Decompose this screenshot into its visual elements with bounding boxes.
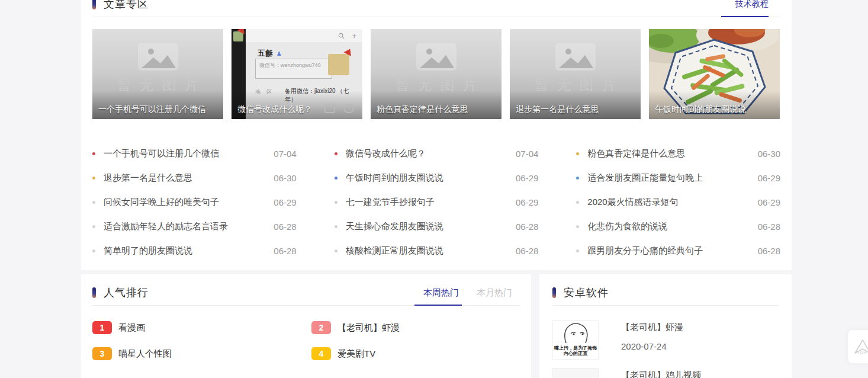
article-cards-row: 暂无图片 一个手机号可以注册几个微信 + — [92, 29, 780, 119]
articles-panel: 文章专区 技术教程 暂无图片 一个手机号可以注册几个微信 — [81, 0, 792, 270]
section-accent-bar — [552, 287, 556, 298]
articles-section-title: 文章专区 — [104, 0, 149, 11]
rank-badge-2: 2 — [311, 321, 331, 334]
tab-weekly-hot[interactable]: 本周热门 — [423, 287, 459, 299]
rank-item-label: 看漫画 — [118, 322, 145, 334]
article-link: 微信号改成什么呢？ — [346, 148, 511, 159]
article-link: 跟男朋友分手心痛的经典句子 — [587, 245, 753, 257]
rank-list: 1 看漫画 2 【老司机】虾漫 3 喵星人个性图 4 爱美剧TV — [92, 321, 520, 360]
list-item[interactable]: 粉色真香定律是什么意思06-30 — [576, 142, 780, 166]
tech-tutorials-active-underline — [721, 16, 769, 17]
article-date: 06-29 — [516, 197, 538, 207]
rank-section-title: 人气排行 — [104, 286, 149, 300]
wechat-id-box: 微信号：wenzhongwu740 — [255, 59, 332, 79]
bullet-icon — [576, 249, 579, 252]
santa-hat-icon — [343, 47, 353, 56]
rank-header: 人气排行 本周热门 本月热门 — [92, 286, 520, 299]
list-item[interactable]: 问候女同学晚上好的唯美句子06-29 — [92, 190, 297, 214]
article-link: 问候女同学晚上好的唯美句子 — [104, 197, 269, 208]
article-date: 06-28 — [758, 222, 780, 232]
article-list-column-1: 一个手机号可以注册几个微信07-04 退步第一名是什么意思06-30 问候女同学… — [92, 142, 297, 263]
list-item[interactable]: 化悲伤为食欲的说说06-28 — [576, 214, 780, 239]
article-date: 06-30 — [274, 173, 296, 183]
list-item[interactable]: 跟男朋友分手心痛的经典句子06-28 — [576, 239, 780, 263]
app-date: 2020-07-24 — [621, 341, 683, 351]
list-item[interactable]: 适合激励年轻人的励志名言语录06-28 — [92, 214, 297, 239]
add-icon: + — [352, 31, 356, 40]
app-thumbnail-meme: 嘴上污，是为了掩饰 内心的正直 — [552, 320, 599, 360]
bullet-icon — [576, 152, 579, 155]
rank-item-3[interactable]: 3 喵星人个性图 — [92, 347, 311, 360]
back-to-top-button[interactable]: TOP — [848, 330, 868, 363]
list-item[interactable]: 简单明了的朋友圈说说06-28 — [92, 239, 297, 263]
article-card-2[interactable]: + 五龢♟ 微信号：wenzhongwu740 地 区 备用微信：jiaxixi… — [232, 29, 362, 119]
articles-header: 文章专区 技术教程 — [92, 0, 780, 11]
list-item[interactable]: 适合发朋友圈正能量短句晚上06-29 — [576, 166, 780, 190]
list-item[interactable]: 一个手机号可以注册几个微信07-04 — [92, 142, 297, 166]
card-title: 一个手机号可以注册几个微信 — [98, 104, 220, 115]
list-item[interactable]: 微信号改成什么呢？07-04 — [335, 142, 539, 166]
article-card-3[interactable]: 暂无图片 粉色真香定律是什么意思 — [371, 29, 501, 119]
article-card-5[interactable]: 午饭时间到的朋友圈说说 — [649, 29, 780, 119]
article-link: 天生操心命发朋友圈说说 — [346, 221, 511, 232]
app-item-1[interactable]: 嘴上污，是为了掩饰 内心的正直 【老司机】虾漫 2020-07-24 — [552, 320, 779, 360]
article-card-4[interactable]: 暂无图片 退步第一名是什么意思 — [510, 29, 641, 119]
rank-item-label: 【老司机】虾漫 — [337, 322, 400, 334]
rank-item-4[interactable]: 4 爱美剧TV — [311, 347, 520, 360]
person-icon: ♟ — [277, 50, 282, 57]
article-card-1[interactable]: 暂无图片 一个手机号可以注册几个微信 — [92, 29, 223, 119]
bullet-icon — [335, 201, 337, 204]
list-item[interactable]: 天生操心命发朋友圈说说06-28 — [335, 214, 539, 239]
bullet-icon — [576, 201, 579, 204]
list-item[interactable]: 午饭时间到的朋友圈说说06-29 — [335, 166, 539, 190]
article-lists: 一个手机号可以注册几个微信07-04 退步第一名是什么意思06-30 问候女同学… — [92, 142, 780, 263]
list-item[interactable]: 2020最火情感语录短句06-29 — [576, 190, 780, 214]
bullet-icon — [335, 177, 337, 180]
app-title: 【老司机】虾漫 — [621, 322, 683, 333]
rank-badge-4: 4 — [311, 347, 331, 360]
bullet-icon — [335, 152, 337, 155]
article-link: 2020最火情感语录短句 — [587, 197, 753, 208]
wechat-titlebar: + — [246, 29, 362, 42]
article-date: 06-29 — [516, 173, 538, 183]
article-date: 06-29 — [758, 197, 780, 207]
article-date: 06-29 — [274, 197, 296, 207]
bullet-icon — [335, 249, 337, 252]
rank-item-2[interactable]: 2 【老司机】虾漫 — [311, 321, 520, 334]
article-date: 06-29 — [758, 173, 780, 183]
card-title: 粉色真香定律是什么意思 — [377, 104, 498, 115]
app-info: 【老司机】鸡儿视频 — [621, 368, 701, 378]
weekly-tab-active-underline — [414, 305, 462, 306]
popularity-rank-panel: 人气排行 本周热门 本月热门 1 看漫画 2 【老司机】虾漫 3 喵星人个性图 … — [81, 274, 531, 378]
search-icon — [338, 33, 345, 39]
app-info: 【老司机】虾漫 2020-07-24 — [621, 320, 683, 360]
article-date: 06-28 — [516, 222, 538, 232]
list-item[interactable]: 退步第一名是什么意思06-30 — [92, 166, 297, 190]
article-date: 06-28 — [274, 222, 296, 232]
article-link: 简单明了的朋友圈说说 — [104, 245, 269, 257]
wechat-avatar-large — [328, 54, 349, 75]
article-date: 06-30 — [758, 149, 780, 159]
tech-tutorials-link[interactable]: 技术教程 — [735, 0, 769, 9]
article-date: 06-28 — [516, 246, 538, 256]
rank-item-1[interactable]: 1 看漫画 — [92, 321, 311, 334]
rank-header-divider — [92, 305, 520, 306]
app-thumbnail — [552, 368, 599, 378]
card-title: 微信号改成什么呢？ — [237, 104, 359, 115]
app-item-2[interactable]: 【老司机】鸡儿视频 — [552, 368, 779, 378]
article-link: 七一建党节手抄报句子 — [346, 197, 511, 208]
section-accent-bar — [92, 0, 96, 9]
bullet-icon — [92, 249, 95, 252]
rank-item-label: 喵星人个性图 — [118, 348, 172, 360]
tab-monthly-hot[interactable]: 本月热门 — [477, 287, 512, 299]
article-link: 粉色真香定律是什么意思 — [587, 148, 753, 159]
android-section-title: 安卓软件 — [564, 286, 609, 300]
list-item[interactable]: 七一建党节手抄报句子06-29 — [335, 190, 539, 214]
wechat-nickname: 五龢♟ — [258, 48, 282, 59]
article-link: 适合发朋友圈正能量短句晚上 — [587, 172, 753, 184]
article-date: 07-04 — [274, 149, 296, 159]
bullet-icon — [92, 152, 95, 155]
android-header: 安卓软件 — [552, 286, 779, 299]
meme-face-icon — [558, 321, 593, 345]
list-item[interactable]: 核酸检测正常朋友圈说说06-28 — [335, 239, 539, 263]
